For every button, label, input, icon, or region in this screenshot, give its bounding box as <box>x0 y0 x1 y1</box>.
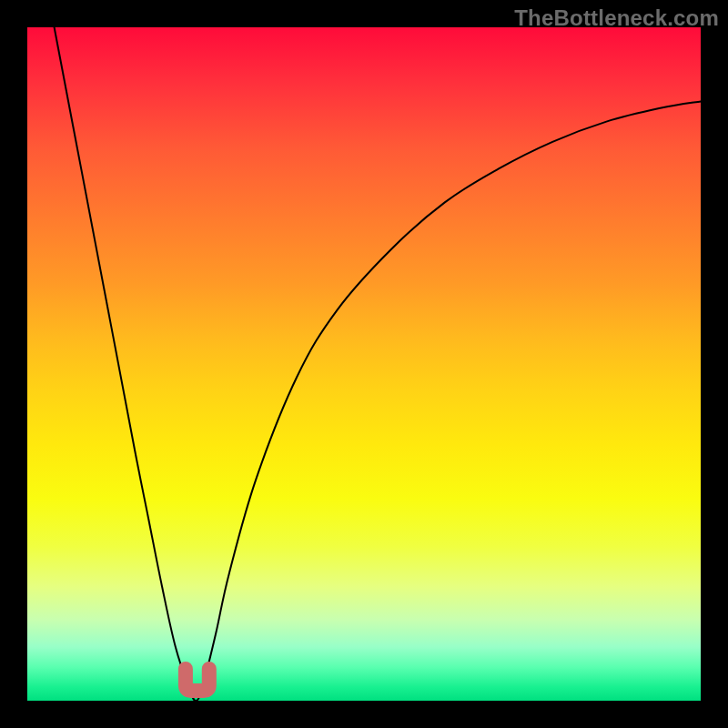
curve-layer <box>27 27 701 701</box>
plot-area <box>27 27 701 701</box>
minimum-highlight <box>186 669 209 691</box>
chart-frame: TheBottleneck.com <box>0 0 728 728</box>
bottleneck-curve <box>55 27 701 701</box>
